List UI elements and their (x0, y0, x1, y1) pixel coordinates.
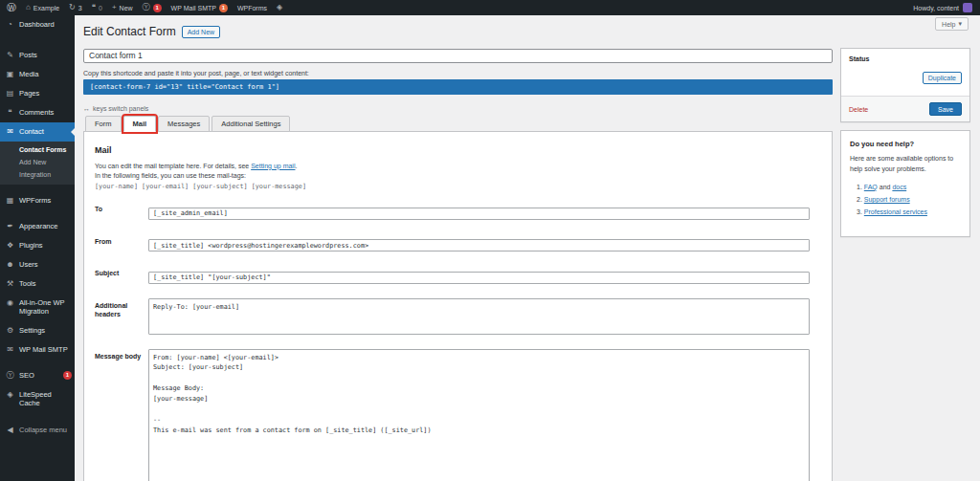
mail-tags-hint: In the following fields, you can use the… (95, 172, 246, 179)
seo-admin-bar-menu[interactable]: Ⓨ 1 (143, 4, 162, 12)
admin-bar: Ⓦ ⌂ Example ↻ 3 ❝ 0 + New Ⓨ 1 (0, 0, 980, 15)
tab-mail[interactable]: Mail (123, 116, 157, 132)
sidebar-item-appearance[interactable]: ✒ Appearance (0, 217, 75, 236)
from-field-label: From (95, 234, 148, 252)
howdy-account-menu[interactable]: Howdy, content (913, 5, 959, 11)
sidebar-item-contact[interactable]: ✉ Contact (0, 122, 75, 142)
shortcode-hint-text: Copy this shortcode and paste it into yo… (83, 70, 833, 77)
dashboard-icon: ◔ (6, 20, 14, 30)
delete-link[interactable]: Delete (849, 106, 868, 113)
appearance-icon: ✒ (6, 222, 14, 231)
sidebar-item-posts[interactable]: ✎ Posts (0, 46, 75, 65)
settings-icon: ⚙ (6, 326, 14, 336)
envelope-icon: ✉ (6, 127, 14, 137)
sidebar-item-litespeed-cache[interactable]: ◈ LiteSpeed Cache (0, 385, 75, 413)
sidebar-item-all-in-one-wp-migration[interactable]: ◉ All-in-One WP Migration (0, 294, 75, 321)
mail-smtp-icon: ✉ (6, 345, 14, 355)
tab-additional-settings[interactable]: Additional Settings (212, 116, 290, 132)
help-list-item: 1. FAQ and docs (857, 181, 961, 193)
sidebar-item-media[interactable]: ▣ Media (0, 65, 75, 84)
editor-tabs: Form Mail Messages Additional Settings (83, 116, 833, 132)
user-avatar[interactable] (963, 3, 972, 12)
from-field-input[interactable] (148, 239, 810, 251)
setting-up-mail-link[interactable]: Setting up mail (251, 163, 295, 169)
help-dropdown-button[interactable]: Help ▾ (935, 17, 969, 31)
support-forums-link[interactable]: Support forums (864, 196, 910, 203)
site-name-label: Example (33, 5, 59, 11)
status-box: Status Duplicate Delete Save (840, 48, 970, 122)
sidebar-separator (0, 210, 75, 217)
sidebar-item-pages[interactable]: ▤ Pages (0, 84, 75, 103)
wpforms-menu[interactable]: WPForms (237, 5, 267, 11)
updates-menu[interactable]: ↻ 3 (69, 4, 82, 11)
sidebar-separator (0, 185, 75, 191)
wordpress-logo-icon: Ⓦ (7, 1, 16, 14)
professional-services-link[interactable]: Professional services (864, 208, 927, 215)
faq-link[interactable]: FAQ (864, 184, 878, 190)
message-body-textarea[interactable]: From: [your-name] <[your-email]> Subject… (148, 349, 810, 481)
sidebar-item-settings[interactable]: ⚙ Settings (0, 321, 75, 340)
chevron-down-icon: ▾ (958, 20, 962, 28)
new-content-menu[interactable]: + New (112, 4, 133, 11)
help-box-list: 1. FAQ and docs 2. Support forums 3. Pro… (841, 175, 969, 236)
subject-field-label: Subject (95, 266, 148, 284)
wp-mail-smtp-menu[interactable]: WP Mail SMTP 1 (171, 4, 228, 12)
left-right-arrows-icon: ↔ (83, 105, 90, 112)
docs-link[interactable]: docs (892, 184, 906, 190)
mail-panel: Mail You can edit the mail template here… (83, 131, 833, 481)
litespeed-icon: ◈ (6, 390, 14, 400)
shortcode-field[interactable]: [contact-form-7 id="13" title="Contact f… (83, 79, 833, 95)
howdy-label: Howdy, content (913, 5, 959, 11)
form-title-input[interactable] (83, 49, 833, 63)
help-box-intro: Here are some available options to help … (841, 148, 969, 175)
wordpress-logo-menu[interactable]: Ⓦ (7, 1, 16, 14)
sidebar-item-plugins[interactable]: ❖ Plugins (0, 236, 75, 255)
submenu-item-integration[interactable]: Integration (0, 168, 75, 181)
sidebar-item-wp-mail-smtp[interactable]: ✉ WP Mail SMTP (0, 340, 75, 360)
collapse-arrow-icon: ◀ (6, 426, 14, 435)
comments-count: 0 (99, 5, 102, 11)
comments-menu[interactable]: ❝ 0 (92, 4, 102, 11)
admin-sidebar: ◔ Dashboard ✎ Posts ▣ Media ▤ Pages ❝ Co… (0, 15, 75, 481)
site-name-menu[interactable]: ⌂ Example (26, 4, 59, 11)
subject-field-input[interactable] (148, 272, 810, 284)
sidebar-item-wpforms[interactable]: ▦ WPForms (0, 191, 75, 210)
sidebar-item-comments[interactable]: ❝ Comments (0, 103, 75, 122)
submenu-item-contact-forms[interactable]: Contact Forms (0, 143, 75, 156)
add-new-button[interactable]: Add New (182, 26, 220, 38)
new-label: New (120, 5, 133, 11)
additional-headers-label: Additional headers (95, 298, 148, 335)
to-field-label: To (95, 202, 148, 220)
pages-icon: ▤ (6, 89, 14, 98)
wp-mail-smtp-badge: 1 (219, 4, 228, 12)
sidebar-item-dashboard[interactable]: ◔ Dashboard (0, 15, 75, 34)
save-button[interactable]: Save (929, 102, 962, 116)
sidebar-separator (0, 34, 75, 46)
mail-intro-text: You can edit the mail template here. For… (95, 163, 251, 169)
tab-messages[interactable]: Messages (158, 116, 210, 132)
to-field-input[interactable] (148, 208, 810, 220)
sidebar-item-seo[interactable]: Ⓨ SEO 1 (0, 366, 75, 385)
wp-mail-smtp-label: WP Mail SMTP (171, 5, 216, 11)
comment-bubble-icon: ❝ (92, 4, 96, 11)
yoast-seo-icon: Ⓨ (143, 4, 150, 11)
contact-submenu: Contact Forms Add New Integration (0, 142, 75, 185)
keys-switch-panels-hint: ↔ keys switch panels (83, 105, 833, 112)
help-label: Help (942, 21, 955, 28)
tab-form[interactable]: Form (85, 116, 122, 132)
additional-headers-textarea[interactable]: Reply-To: [your-email] (148, 298, 810, 335)
sidebar-item-tools[interactable]: ⚒ Tools (0, 274, 75, 294)
litespeed-menu[interactable]: ◈ (277, 4, 282, 11)
tools-icon: ⚒ (6, 279, 14, 289)
submenu-item-add-new[interactable]: Add New (0, 156, 75, 168)
plus-icon: + (112, 4, 117, 11)
seo-badge: 1 (63, 371, 72, 380)
home-icon: ⌂ (26, 4, 31, 11)
plugins-icon: ❖ (6, 241, 14, 251)
duplicate-button[interactable]: Duplicate (923, 72, 962, 84)
seo-icon: Ⓨ (6, 371, 14, 381)
sidebar-item-users[interactable]: ☻ Users (0, 255, 75, 274)
sidebar-separator (0, 360, 75, 366)
available-mail-tags: [your-name] [your-email] [your-subject] … (95, 183, 306, 190)
sidebar-item-collapse-menu[interactable]: ◀ Collapse menu (0, 421, 75, 440)
